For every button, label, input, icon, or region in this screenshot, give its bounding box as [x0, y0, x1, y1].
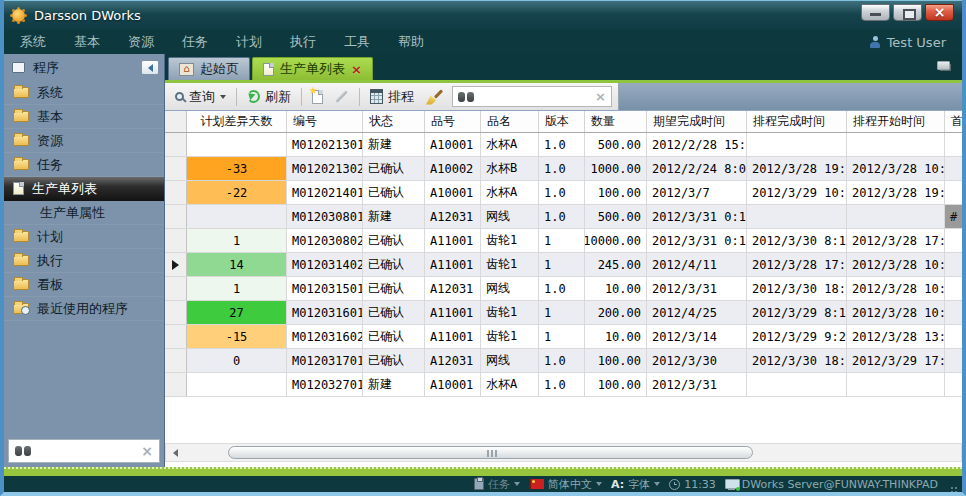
table-cell[interactable]: 1 — [187, 277, 287, 300]
table-cell[interactable]: 2012/3/28 19:10 — [747, 157, 847, 180]
table-cell[interactable]: M012021301 — [287, 133, 363, 156]
table-cell[interactable]: 2012/4/11 — [647, 253, 747, 276]
table-cell[interactable] — [847, 133, 945, 156]
sidebar-item-7[interactable]: 执行 — [4, 249, 164, 273]
table-cell[interactable]: 100.00 — [585, 349, 647, 372]
clear-search-icon[interactable]: × — [141, 444, 153, 458]
table-cell[interactable]: 2012/3/28 10:52 — [847, 253, 945, 276]
column-header[interactable]: 状态 — [363, 111, 425, 132]
task-menu[interactable]: 任务 — [474, 477, 520, 492]
table-row[interactable]: 0M012031701已确认A12031网线1.0100.002012/3/30… — [165, 349, 962, 373]
menu-item-2[interactable]: 资源 — [128, 33, 154, 51]
minimize-button[interactable] — [861, 4, 890, 21]
collapse-sidebar-button[interactable] — [141, 60, 159, 75]
table-row[interactable]: M012032701新建A10001水杯A1.0100.002012/3/31 — [165, 373, 962, 397]
table-cell[interactable]: 2012/4/25 — [647, 301, 747, 324]
table-cell[interactable]: # — [945, 205, 962, 228]
table-cell[interactable] — [945, 349, 962, 372]
close-button[interactable] — [925, 4, 954, 21]
table-cell[interactable]: 齿轮1 — [481, 229, 539, 252]
table-cell[interactable]: 2012/3/28 17:13 — [847, 229, 945, 252]
table-cell[interactable]: 网线 — [481, 205, 539, 228]
table-cell[interactable]: 已确认 — [363, 229, 425, 252]
table-cell[interactable]: 10000.00 — [585, 229, 647, 252]
table-cell[interactable]: A12031 — [425, 205, 481, 228]
table-cell[interactable]: 100.00 — [585, 373, 647, 396]
table-cell[interactable]: M012021302 — [287, 157, 363, 180]
table-cell[interactable] — [187, 205, 287, 228]
table-cell[interactable]: A10002 — [425, 157, 481, 180]
table-cell[interactable]: A11001 — [425, 325, 481, 348]
column-header[interactable]: 期望完成时间 — [647, 111, 747, 132]
table-cell[interactable]: M012031601 — [287, 301, 363, 324]
table-cell[interactable]: 齿轮1 — [481, 325, 539, 348]
table-cell[interactable]: 齿轮1 — [481, 253, 539, 276]
table-cell[interactable]: 已确认 — [363, 157, 425, 180]
table-cell[interactable]: A12031 — [425, 277, 481, 300]
table-cell[interactable] — [847, 205, 945, 228]
menu-item-0[interactable]: 系统 — [20, 33, 46, 51]
table-cell[interactable]: 水杯A — [481, 133, 539, 156]
table-cell[interactable]: 1.0 — [539, 277, 585, 300]
table-cell[interactable]: 0 — [187, 349, 287, 372]
font-menu[interactable]: 字体 — [611, 477, 660, 492]
column-header[interactable]: 版本 — [539, 111, 585, 132]
table-cell[interactable]: 齿轮1 — [481, 301, 539, 324]
refresh-button[interactable]: 刷新 — [243, 86, 295, 108]
table-cell[interactable]: 500.00 — [585, 133, 647, 156]
column-header[interactable]: 品名 — [481, 111, 539, 132]
sidebar-item-3[interactable]: 任务 — [4, 153, 164, 177]
menu-item-1[interactable]: 基本 — [74, 33, 100, 51]
table-cell[interactable]: M012030801 — [287, 205, 363, 228]
sidebar-search-input[interactable] — [31, 442, 141, 460]
sidebar-item-6[interactable]: 计划 — [4, 225, 164, 249]
sidebar-item-5[interactable]: 生产单属性 — [4, 201, 164, 225]
table-cell[interactable]: 14 — [187, 253, 287, 276]
table-cell[interactable]: A11001 — [425, 253, 481, 276]
table-cell[interactable]: M012032701 — [287, 373, 363, 396]
table-cell[interactable]: 2012/3/28 10:52 — [847, 301, 945, 324]
language-menu[interactable]: 简体中文 — [529, 477, 602, 492]
table-cell[interactable]: 2012/3/31 — [647, 277, 747, 300]
scrollbar-thumb[interactable] — [228, 446, 753, 459]
table-cell[interactable]: 2012/3/28 10:52 — [847, 277, 945, 300]
column-header[interactable]: 首 — [945, 111, 962, 132]
table-cell[interactable]: 2012/3/30 18:00 — [747, 277, 847, 300]
table-cell[interactable]: 2012/3/29 17:46 — [847, 349, 945, 372]
table-cell[interactable]: 水杯A — [481, 181, 539, 204]
table-cell[interactable]: 1.0 — [539, 349, 585, 372]
table-cell[interactable]: 网线 — [481, 277, 539, 300]
table-cell[interactable]: M012031602 — [287, 325, 363, 348]
table-cell[interactable]: 新建 — [363, 205, 425, 228]
splitter-bar[interactable] — [4, 467, 962, 476]
horizontal-scrollbar[interactable] — [165, 443, 962, 462]
table-cell[interactable]: -22 — [187, 181, 287, 204]
query-button[interactable]: 查询 — [171, 86, 230, 108]
table-cell[interactable]: 1.0 — [539, 157, 585, 180]
table-cell[interactable]: A11001 — [425, 229, 481, 252]
table-cell[interactable]: A10001 — [425, 181, 481, 204]
sidebar-item-0[interactable]: 系统 — [4, 81, 164, 105]
table-cell[interactable]: M012021401 — [287, 181, 363, 204]
tab-close-icon[interactable]: × — [351, 63, 362, 76]
sidebar-item-8[interactable]: 看板 — [4, 273, 164, 297]
table-cell[interactable]: 2012/3/28 10:52 — [847, 157, 945, 180]
resize-grip[interactable] — [947, 479, 957, 489]
table-cell[interactable]: -15 — [187, 325, 287, 348]
table-cell[interactable] — [747, 133, 847, 156]
table-row[interactable]: 14M012031402已确认A11001齿轮11245.002012/4/11… — [165, 253, 962, 277]
table-cell[interactable]: 2012/2/28 15:00 — [647, 133, 747, 156]
column-header[interactable]: 计划差异天数 — [187, 111, 287, 132]
table-cell[interactable]: 新建 — [363, 133, 425, 156]
table-cell[interactable]: 10.00 — [585, 277, 647, 300]
column-header[interactable]: 排程开始时间 — [847, 111, 945, 132]
table-cell[interactable]: 1 — [539, 229, 585, 252]
table-cell[interactable]: M012031402 — [287, 253, 363, 276]
table-row[interactable]: 27M012031601已确认A11001齿轮11200.002012/4/25… — [165, 301, 962, 325]
table-cell[interactable] — [187, 373, 287, 396]
table-cell[interactable]: 100.00 — [585, 181, 647, 204]
table-cell[interactable]: 2012/3/29 8:15 — [747, 301, 847, 324]
table-cell[interactable]: A10001 — [425, 133, 481, 156]
tab-production-orders[interactable]: 生产单列表 × — [252, 57, 373, 80]
table-row[interactable]: M012030801新建A12031网线1.0500.002012/3/31 0… — [165, 205, 962, 229]
